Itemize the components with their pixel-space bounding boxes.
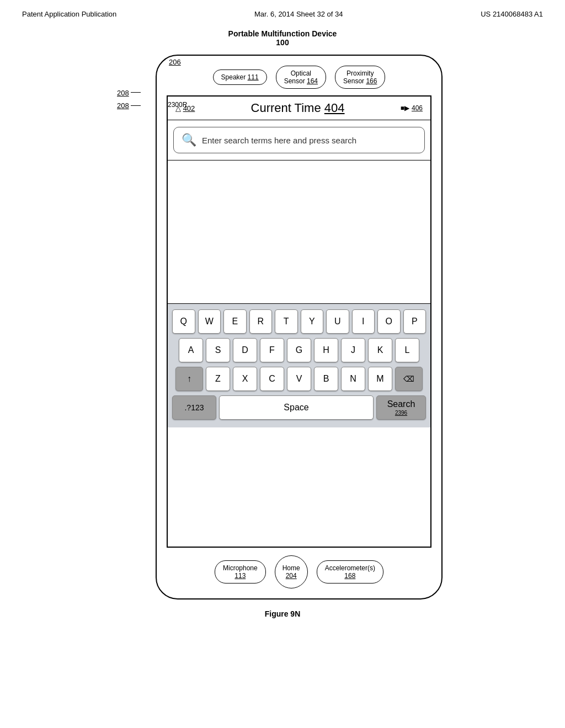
diagram-container: Portable Multifunction Device 100 208 20… [0,24,565,618]
patent-middle: Mar. 6, 2014 Sheet 32 of 34 [254,10,343,18]
key-T[interactable]: T [275,309,298,334]
keyboard-row-3: ↑ Z X C V B N M ⌫ [172,367,426,391]
device-body: ↘ 206 Speaker 111 OpticalSensor 164 Prox… [156,55,443,599]
label-208-bottom-container: 208 [117,101,141,110]
device-outer-wrapper: 208 208 ↘ 206 Speaker 111 [156,55,443,599]
key-Z[interactable]: Z [206,367,230,391]
key-V[interactable]: V [287,367,311,391]
key-P[interactable]: P [403,309,427,334]
keyboard-row-1: Q W E R T Y U I O P [172,309,426,334]
keyboard: Q W E R T Y U I O P A S [168,304,430,427]
bottom-hardware-row: Microphone113 Home204 Accelerometer(s)16… [157,548,441,598]
figure-caption: Figure 9N [265,609,301,618]
patent-header: Patent Application Publication Mar. 6, 2… [0,0,565,24]
key-delete[interactable]: ⌫ [395,367,423,391]
proximity-sensor-button: ProximitySensor 166 [335,66,385,89]
key-E[interactable]: E [223,309,247,334]
optical-sensor-button: OpticalSensor 164 [276,66,326,89]
key-M[interactable]: M [368,367,392,391]
key-Y[interactable]: Y [301,309,324,334]
device-title: Portable Multifunction Device 100 [228,29,337,47]
patent-right: US 2140068483 A1 [481,10,543,18]
key-Q[interactable]: Q [172,309,195,334]
side-labels: 208 208 [117,89,141,110]
key-H[interactable]: H [314,338,338,362]
label-208-bottom: 208 [117,101,129,110]
label-208-top-container: 208 [117,89,141,97]
key-A[interactable]: A [179,338,203,362]
key-F[interactable]: F [260,338,284,362]
keyboard-bottom-row: .?123 Space Search 2396 [172,395,426,420]
keyboard-row-2: A S D F G H J K L [172,338,426,362]
key-search[interactable]: Search 2396 [376,395,426,420]
key-B[interactable]: B [314,367,338,391]
key-U[interactable]: U [326,309,349,334]
status-time: Current Time 404 [199,101,396,115]
speaker-button: Speaker 111 [213,69,267,85]
key-L[interactable]: L [395,338,419,362]
key-W[interactable]: W [198,309,221,334]
patent-left: Patent Application Publication [22,10,116,18]
search-icon: 🔍 [182,133,196,147]
search-bar[interactable]: 🔍 Enter search terms here and press sear… [173,127,425,153]
key-D[interactable]: D [233,338,257,362]
key-space[interactable]: Space [219,395,374,420]
label-206: 206 [169,58,181,66]
battery-icon: ■▶ [401,104,409,112]
key-special[interactable]: .?123 [172,395,216,420]
key-K[interactable]: K [368,338,392,362]
microphone-button: Microphone113 [215,560,266,584]
search-bar-row: 🔍 Enter search terms here and press sear… [168,120,430,160]
accelerometer-button: Accelerometer(s)168 [317,560,383,584]
label-208-top: 208 [117,89,129,97]
search-label: Search [387,399,415,409]
status-bar: △ 402 Current Time 404 ■▶ 406 [168,97,430,120]
content-area [168,160,430,304]
phone-screen: △ 402 Current Time 404 ■▶ 406 [167,95,431,548]
key-C[interactable]: C [260,367,284,391]
key-X[interactable]: X [233,367,257,391]
search-number: 2396 [395,410,407,416]
key-R[interactable]: R [249,309,273,334]
key-I[interactable]: I [352,309,375,334]
home-button[interactable]: Home204 [275,555,308,588]
status-battery: ■▶ 406 [401,104,423,112]
top-hardware-row: Speaker 111 OpticalSensor 164 ProximityS… [157,56,441,95]
key-S[interactable]: S [206,338,230,362]
key-G[interactable]: G [287,338,311,362]
key-shift[interactable]: ↑ [175,367,203,391]
label-2300r: 2300R [168,101,187,109]
key-N[interactable]: N [341,367,365,391]
search-placeholder: Enter search terms here and press search [202,136,356,145]
key-J[interactable]: J [341,338,365,362]
key-O[interactable]: O [377,309,401,334]
